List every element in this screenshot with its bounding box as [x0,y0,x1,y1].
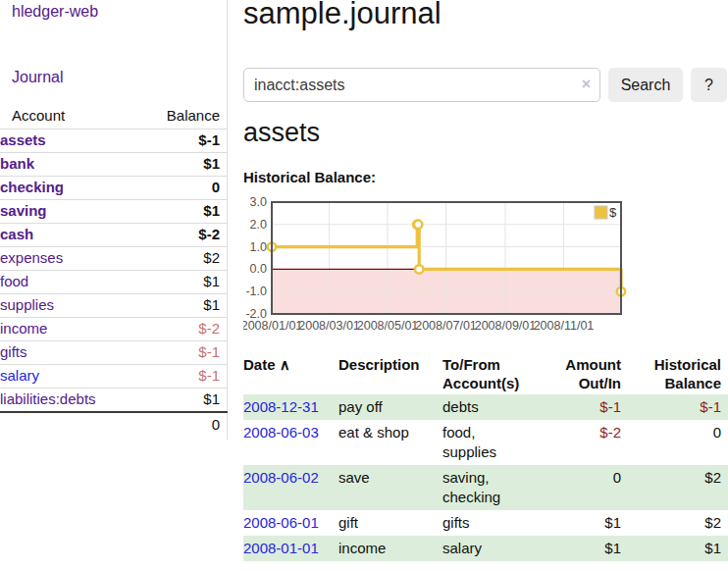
account-row: bank $1 [0,153,228,177]
app-title-link[interactable]: hledger-web [12,3,98,21]
transaction-date-link[interactable]: 2008-06-02 [243,469,319,486]
account-balance: $1 [139,294,228,318]
accounts-table: Account Balance assets $-1 bank $1 check… [0,104,228,437]
account-row: assets $-1 [0,130,228,153]
sidebar: hledger-web Journal Account Balance asse… [0,0,228,440]
transaction-description: income [338,536,442,561]
account-row: income $-2 [0,318,228,341]
register-row: 2008-06-01 gift gifts $1 $2 [243,510,728,536]
accounts-header-account: Account [0,104,139,130]
transaction-amount: $1 [541,536,628,561]
register-row: 2008-01-01 income salary $1 $1 [243,536,728,561]
register-header-balance: Historical Balance [628,351,728,394]
transaction-balance: $2 [628,465,728,510]
transaction-amount: 0 [541,465,628,510]
svg-text:0.0: 0.0 [250,262,267,276]
transaction-balance: $1 [628,536,728,561]
register-header-date[interactable]: Date ∧ [243,351,338,394]
account-link-food[interactable]: food [0,273,28,289]
account-link-liabilities-debts[interactable]: liabilities:debts [0,390,96,407]
chart-canvas: $3.02.01.00.0-1.0-2.02008/01/012008/03/0… [243,189,728,338]
accounts-total-row: 0 [0,412,228,437]
transaction-balance: $2 [628,510,728,536]
svg-text:2008/07/01: 2008/07/01 [415,319,477,333]
account-row: salary $-1 [0,365,228,389]
accounts-header-balance: Balance [139,104,228,130]
transaction-description: eat & shop [338,420,442,465]
main-content: sample.journal × Search ? assets Histori… [243,0,728,571]
account-balance: $1 [139,271,228,294]
account-link-expenses[interactable]: expenses [0,249,63,266]
account-balance: $-2 [139,224,228,247]
account-link-saving[interactable]: saving [0,202,47,219]
account-link-supplies[interactable]: supplies [0,296,54,313]
svg-text:$: $ [609,205,617,220]
account-heading: assets [243,118,320,148]
search-button[interactable]: Search [608,68,683,102]
search-input[interactable] [243,68,600,102]
transaction-accounts: salary [442,536,541,561]
account-row: saving $1 [0,200,228,224]
account-row: food $1 [0,271,228,294]
svg-text:2008/11/01: 2008/11/01 [534,319,595,333]
register-row: 2008-06-03 eat & shop food, supplies $-2… [243,420,728,465]
account-row: supplies $1 [0,294,228,318]
help-button[interactable]: ? [691,68,727,102]
svg-text:2008/01/01: 2008/01/01 [243,319,302,333]
register-header-amount: Amount Out/In [541,351,628,394]
transaction-date-link[interactable]: 2008-06-03 [243,424,319,441]
register-header-row: Date ∧ Description To/From Account(s) Am… [243,351,728,394]
account-row: gifts $-1 [0,341,228,365]
account-row: cash $-2 [0,224,228,247]
register-table: Date ∧ Description To/From Account(s) Am… [243,351,728,561]
svg-text:2008/05/01: 2008/05/01 [357,319,419,333]
account-link-bank[interactable]: bank [0,155,34,172]
page-title: sample.journal [243,0,442,31]
transaction-date-link[interactable]: 2008-01-01 [243,540,319,556]
account-link-cash[interactable]: cash [0,226,33,242]
historical-balance-chart: $3.02.01.00.0-1.0-2.02008/01/012008/03/0… [243,189,728,338]
account-link-income[interactable]: income [0,320,47,337]
account-link-gifts[interactable]: gifts [0,343,27,360]
search-form: × Search ? [243,68,728,102]
svg-text:2008/03/01: 2008/03/01 [298,319,360,333]
transaction-description: pay off [338,394,442,420]
transaction-amount: $1 [541,510,628,536]
register-row: 2008-12-31 pay off debts $-1 $-1 [243,394,728,420]
chart-label: Historical Balance: [243,169,376,185]
account-link-checking[interactable]: checking [0,179,64,195]
transaction-description: gift [338,510,442,536]
transaction-accounts: saving, checking [442,465,541,510]
account-link-salary[interactable]: salary [0,367,39,384]
nav-journal-link[interactable]: Journal [12,69,63,86]
transaction-accounts: gifts [442,510,541,536]
account-balance: $1 [139,389,228,413]
account-balance: $-1 [139,341,228,365]
accounts-total-value: 0 [139,412,228,437]
account-balance: 0 [139,177,228,200]
account-balance: $-1 [139,365,228,389]
account-balance: $2 [139,247,228,271]
account-balance: $-1 [139,130,228,153]
clear-search-icon[interactable]: × [582,76,591,93]
svg-text:2.0: 2.0 [250,218,267,232]
svg-text:-1.0: -1.0 [245,285,267,298]
account-balance: $1 [139,153,228,177]
accounts-header-row: Account Balance [0,104,228,130]
svg-text:1.0: 1.0 [250,240,267,254]
register-header-accounts: To/From Account(s) [442,351,541,394]
account-row: liabilities:debts $1 [0,389,228,413]
transaction-date-link[interactable]: 2008-06-01 [243,514,319,531]
sort-ascending-icon: ∧ [280,356,290,373]
transaction-balance: 0 [628,420,728,465]
transaction-balance: $-1 [628,394,728,420]
transaction-description: save [338,465,442,510]
transaction-date-link[interactable]: 2008-12-31 [243,398,319,415]
svg-text:3.0: 3.0 [250,195,267,209]
transaction-amount: $-2 [541,420,628,465]
account-balance: $-2 [139,318,228,341]
register-row: 2008-06-02 save saving, checking 0 $2 [243,465,728,510]
account-link-assets[interactable]: assets [0,131,46,148]
account-balance: $1 [139,200,228,224]
transaction-accounts: food, supplies [442,420,541,465]
